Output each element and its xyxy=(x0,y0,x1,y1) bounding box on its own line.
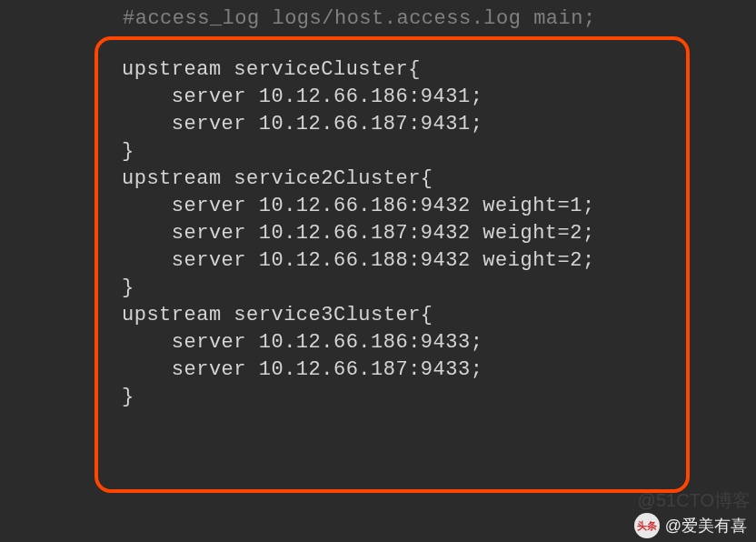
code-line: server 10.12.66.187:9432 weight=2; xyxy=(122,220,670,247)
code-line: server 10.12.66.186:9431; xyxy=(122,84,670,111)
watermark-text: @51CTO博客 xyxy=(638,488,751,513)
code-line: server 10.12.66.187:9433; xyxy=(122,356,670,384)
comment-line: #access_log logs/host.access.log main; xyxy=(0,0,756,30)
code-line: server 10.12.66.187:9431; xyxy=(122,111,670,138)
code-line: upstream service2Cluster{ xyxy=(122,166,670,193)
footer-attribution: 头条 @爱美有喜 xyxy=(634,513,747,538)
footer-username: @爱美有喜 xyxy=(665,515,747,537)
code-line: upstream serviceCluster{ xyxy=(122,56,670,84)
code-line: upstream service3Cluster{ xyxy=(122,302,670,329)
code-line: server 10.12.66.188:9432 weight=2; xyxy=(122,247,670,275)
toutiao-icon: 头条 xyxy=(634,513,660,538)
code-line: } xyxy=(122,138,670,166)
code-line: server 10.12.66.186:9433; xyxy=(122,329,670,356)
code-line: } xyxy=(122,275,670,302)
code-line: server 10.12.66.186:9432 weight=1; xyxy=(122,193,670,220)
highlighted-code-block: upstream serviceCluster{ server 10.12.66… xyxy=(94,36,690,493)
code-line: } xyxy=(122,384,670,411)
